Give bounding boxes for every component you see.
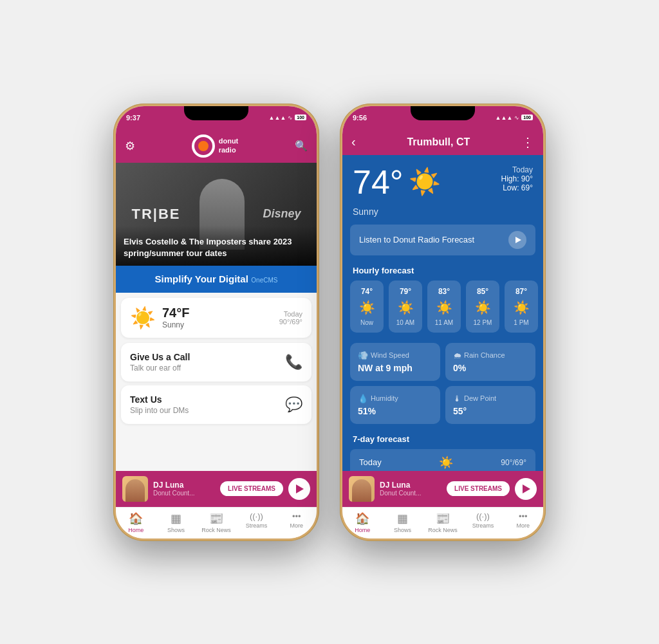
today-label: Today (501, 165, 534, 174)
hourly-12pm: 85° ☀️ 12 PM (466, 281, 499, 333)
forecast-sun-today: ☀️ (439, 455, 453, 470)
ad-sub: OneCMS (251, 277, 277, 284)
dewpoint-value: 55° (453, 406, 528, 416)
status-time-1: 9:37 (126, 114, 140, 122)
hourly-section-title: Hourly forecast (342, 263, 543, 281)
shows-icon-2: ▦ (397, 511, 408, 526)
humidity-card: 💧 Humidity 51% (350, 386, 440, 424)
hourly-temp-now: 74° (361, 287, 373, 296)
hourly-time-now: Now (360, 319, 373, 326)
battery-icon-2: 100 (521, 115, 533, 120)
rain-icon: 🌧 (453, 351, 461, 360)
battery-icon: 100 (295, 115, 306, 120)
news-headline: Elvis Costello & The Imposters share 202… (124, 236, 309, 259)
app-content-1[interactable]: TR|BE Disney Elvis Costello & The Impost… (116, 163, 317, 471)
hourly-1pm: 87° ☀️ 1 PM (505, 281, 538, 333)
play-btn-2[interactable] (515, 478, 537, 500)
nav-home-1[interactable]: 🏠 Home (116, 508, 156, 536)
nav-more-2[interactable]: ••• More (503, 508, 543, 536)
ad-text: Simplify Your Digital (155, 273, 248, 284)
humidity-value: 51% (358, 406, 432, 416)
humidity-title: 💧 Humidity (358, 394, 432, 403)
hourly-time-10am: 10 AM (396, 319, 414, 326)
wind-title: 💨 Wind Speed (358, 351, 432, 360)
forecast-today-row: Today ☀️ 90°/69° (350, 449, 535, 471)
text-card[interactable]: Text Us Slip into our DMs 💬 (121, 385, 311, 424)
more-icon-2: ••• (519, 511, 528, 521)
wifi-icon: ∿ (288, 115, 293, 121)
nav-rocknews-1[interactable]: 📰 Rock News (196, 508, 236, 536)
weather-desc: Sunny (162, 320, 273, 329)
streams-icon-2: ((·)) (476, 511, 490, 521)
forecast-listen-text: Listen to Donut Radio Forecast (359, 235, 474, 244)
notch-2 (411, 106, 475, 120)
nav-rocknews-label-2: Rock News (428, 527, 458, 533)
call-title: Give Us a Call (130, 352, 190, 362)
nav-rocknews-2[interactable]: 📰 Rock News (423, 508, 463, 536)
status-bar-2: 9:56 ▲▲▲ ∿ 100 (342, 106, 543, 129)
nav-streams-label-2: Streams (472, 522, 494, 529)
weather-content[interactable]: 74° ☀️ Today High: 90° Low: 69° Sunny Li… (342, 155, 543, 471)
play-btn-1[interactable] (288, 478, 310, 500)
settings-icon[interactable]: ⚙ (125, 139, 135, 153)
more-dots-btn[interactable]: ⋮ (521, 134, 534, 150)
hourly-scroll[interactable]: 74° ☀️ Now 79° ☀️ 10 AM 83° ☀️ 11 AM 85°… (342, 281, 543, 340)
hourly-sun-1pm: ☀️ (514, 300, 530, 315)
search-icon[interactable]: 🔍 (295, 140, 308, 152)
hourly-sun-10am: ☀️ (398, 300, 414, 315)
dj-silhouette-1 (125, 479, 145, 502)
nav-rocknews-label: Rock News (201, 527, 231, 533)
dj-avatar-2 (349, 476, 375, 502)
weather-header: ‹ Trumbull, CT ⋮ (342, 129, 543, 155)
hourly-now: 74° ☀️ Now (350, 281, 384, 333)
weather-temp: 74°F (162, 306, 273, 320)
live-streams-btn-1[interactable]: LIVE STREAMS (220, 481, 283, 496)
weather-card-1[interactable]: ☀️ 74°F Sunny Today 90°/69° (121, 298, 311, 338)
logo-circle (192, 134, 215, 158)
phone-1: 9:37 ▲▲▲ ∿ 100 ⚙ donutradio 🔍 TR (113, 104, 319, 541)
rain-title: 🌧 Rain Chance (453, 351, 528, 360)
big-sun-icon: ☀️ (409, 167, 441, 197)
nav-more-1[interactable]: ••• More (277, 508, 317, 536)
streams-icon: ((·)) (250, 511, 263, 521)
forecast-listen-btn[interactable]: Listen to Donut Radio Forecast (350, 225, 535, 255)
nav-more-label-2: More (517, 522, 530, 529)
seven-day-section: Today ☀️ 90°/69° (342, 449, 543, 471)
dewpoint-card: 🌡 Dew Point 55° (445, 386, 535, 424)
more-icon: ••• (292, 511, 301, 521)
logo-text: donutradio (219, 137, 239, 154)
app-header-1: ⚙ donutradio 🔍 (116, 129, 317, 163)
nav-streams-2[interactable]: ((·)) Streams (463, 508, 503, 536)
header-logo: donutradio (192, 134, 239, 158)
dewpoint-title: 🌡 Dew Point (453, 394, 528, 403)
weather-main-section: 74° ☀️ Today High: 90° Low: 69° (342, 155, 543, 207)
nav-home-2[interactable]: 🏠 Home (342, 508, 382, 536)
ad-banner[interactable]: Simplify Your Digital OneCMS (116, 266, 317, 293)
live-streams-btn-2[interactable]: LIVE STREAMS (447, 481, 510, 496)
nav-shows-2[interactable]: ▦ Shows (382, 508, 422, 536)
dj-name-2: DJ Luna (380, 481, 441, 490)
signal-icon: ▲▲▲ (269, 115, 286, 121)
nav-shows-1[interactable]: ▦ Shows (156, 508, 196, 536)
today-info: Today High: 90° Low: 69° (501, 165, 534, 192)
humidity-icon: 💧 (358, 394, 368, 403)
hourly-temp-10am: 79° (400, 287, 411, 296)
big-temp: 74° (353, 165, 404, 199)
dj-name-1: DJ Luna (153, 481, 215, 490)
nav-shows-label: Shows (167, 527, 185, 533)
hourly-time-1pm: 1 PM (514, 319, 528, 326)
news-banner[interactable]: TR|BE Disney Elvis Costello & The Impost… (116, 163, 317, 266)
hourly-time-11am: 11 AM (435, 319, 453, 326)
rocknews-icon-2: 📰 (436, 511, 450, 526)
dewpoint-icon: 🌡 (453, 394, 461, 403)
back-btn[interactable]: ‹ (351, 134, 356, 149)
home-icon: 🏠 (129, 511, 143, 526)
message-icon: 💬 (285, 396, 302, 413)
call-card[interactable]: Give Us a Call Talk our ear off 📞 (121, 343, 311, 382)
wind-icon: 💨 (358, 351, 368, 360)
nav-more-label: More (290, 522, 304, 529)
nav-streams-1[interactable]: ((·)) Streams (236, 508, 276, 536)
status-icons-1: ▲▲▲ ∿ 100 (269, 115, 306, 121)
call-icon: 📞 (285, 354, 302, 371)
hourly-11am: 83° ☀️ 11 AM (427, 281, 461, 333)
